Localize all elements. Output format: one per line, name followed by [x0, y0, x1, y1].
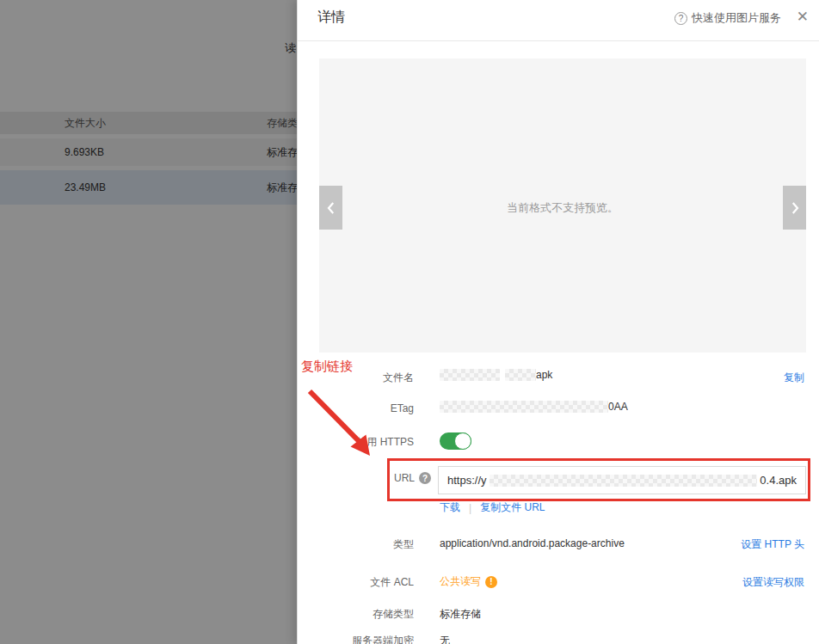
storage-type-value: 标准存储: [440, 607, 481, 622]
quick-image-service-label: 快速使用图片服务: [692, 10, 781, 26]
server-side-encryption-value: 无: [440, 634, 450, 644]
redacted-url-block: [490, 475, 758, 487]
etag-visible-text: 0AA: [608, 401, 628, 413]
url-actions: 下载 | 复制文件 URL: [440, 500, 545, 515]
etag-value: 0AA: [440, 401, 628, 413]
filename-value: apk: [440, 369, 552, 381]
previous-file-button[interactable]: [319, 186, 342, 230]
url-label: URL: [394, 472, 415, 484]
redacted-filename-block: [440, 369, 500, 381]
preview-unsupported-message: 当前格式不支持预览。: [319, 200, 806, 216]
panel-title: 详情: [317, 9, 345, 27]
modal-dim-overlay[interactable]: [0, 0, 297, 644]
next-file-button[interactable]: [783, 186, 806, 230]
background-page: 读 文件大小 存储类型 9.693KB 标准存储 23.49MB 标准存储: [0, 0, 297, 644]
chevron-left-icon: [323, 198, 339, 218]
quick-image-service-link[interactable]: ? 快速使用图片服务: [674, 10, 781, 26]
help-icon: ?: [674, 12, 687, 25]
copy-file-url-link[interactable]: 复制文件 URL: [480, 500, 545, 515]
redacted-filename-block: [505, 369, 536, 381]
divider: |: [469, 502, 471, 514]
file-acl-value: 公共读写 !: [440, 574, 497, 589]
chevron-right-icon: [787, 198, 803, 218]
file-acl-label: 文件 ACL: [311, 575, 414, 590]
header-divider: [298, 40, 819, 41]
url-prefix-text: https://y: [447, 474, 487, 487]
server-side-encryption-label: 服务器端加密: [311, 634, 414, 644]
file-preview-area: 当前格式不支持预览。: [319, 58, 806, 353]
https-toggle-on[interactable]: [440, 432, 471, 450]
type-label: 类型: [311, 537, 414, 552]
storage-type-label: 存储类型: [311, 607, 414, 622]
close-icon[interactable]: ✕: [797, 8, 809, 26]
set-acl-permissions-link[interactable]: 设置读写权限: [742, 575, 804, 590]
url-label-group: URL ?: [394, 472, 431, 484]
acl-public-read-write-text: 公共读写: [440, 574, 481, 589]
details-panel: 详情 ? 快速使用图片服务 ✕ 当前格式不支持预览。 文件名 apk 复制 ET…: [297, 0, 819, 644]
type-value: application/vnd.android.package-archive: [440, 537, 625, 549]
etag-label: ETag: [311, 402, 414, 414]
filename-visible-text: apk: [536, 369, 552, 381]
set-http-header-link[interactable]: 设置 HTTP 头: [741, 537, 804, 552]
download-link[interactable]: 下载: [440, 500, 460, 515]
use-https-label: 使用 HTTPS: [311, 435, 414, 450]
page: 读 文件大小 存储类型 9.693KB 标准存储 23.49MB 标准存储 详情…: [0, 0, 819, 644]
toggle-knob: [454, 432, 471, 450]
redacted-etag-block: [440, 401, 608, 413]
annotation-copy-link-text: 复制链接: [301, 359, 353, 375]
warning-icon: !: [485, 576, 497, 588]
url-suffix-text: 0.4.apk: [760, 474, 797, 487]
url-input[interactable]: https://y 0.4.apk: [438, 466, 806, 494]
url-help-icon[interactable]: ?: [419, 472, 431, 484]
copy-filename-button[interactable]: 复制: [784, 371, 804, 385]
